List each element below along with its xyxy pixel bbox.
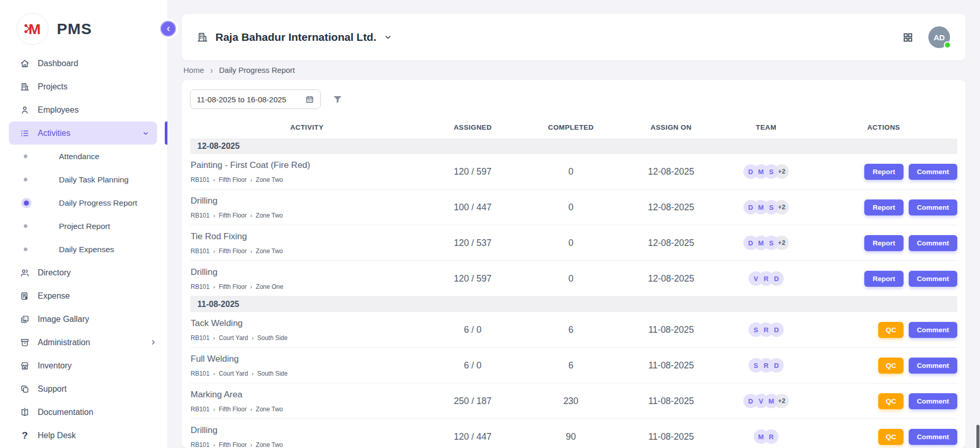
calendar-icon — [305, 95, 315, 104]
activity-location-path: RB101›Fifth Floor›Zone Two — [191, 248, 424, 255]
sidebar-item-documentation[interactable]: Documentation — [0, 400, 167, 424]
breadcrumb: Home › Daily Progress Report — [182, 65, 966, 75]
receipt-icon — [20, 291, 30, 301]
qc-button[interactable]: QC — [878, 322, 903, 338]
sidebar-item-image-gallary[interactable]: Image Gallary — [0, 307, 167, 331]
path-segment: RB101 — [191, 248, 210, 255]
sidebar-subitem-daily-task-planning[interactable]: Daily Task Planning — [0, 168, 167, 191]
col-actions: ACTIONS — [810, 123, 957, 131]
filter-funnel-icon — [332, 94, 343, 105]
assigned-value: 120 / 537 — [424, 238, 522, 249]
sidebar-subitem-daily-progress-report[interactable]: Daily Progress Report — [0, 191, 167, 214]
completed-value: 230 — [522, 396, 620, 407]
sidebar-item-projects[interactable]: Projects — [0, 75, 167, 98]
path-segment: Court Yard — [219, 370, 248, 377]
report-button[interactable]: Report — [864, 271, 904, 287]
path-separator-icon: › — [250, 406, 252, 412]
sidebar-item-help-desk[interactable]: ?Help Desk — [0, 424, 167, 447]
row-actions: QCComment — [810, 393, 957, 409]
chevron-left-icon — [164, 25, 173, 33]
col-assigned: ASSIGNED — [424, 123, 522, 131]
path-segment: RB101 — [191, 441, 210, 448]
comment-button[interactable]: Comment — [909, 429, 957, 445]
activity-title: Drilling — [191, 267, 424, 277]
building-icon — [20, 82, 30, 92]
sidebar-item-dashboard[interactable]: Dashboard — [0, 52, 167, 75]
report-button[interactable]: Report — [864, 199, 904, 215]
comment-button[interactable]: Comment — [909, 235, 957, 251]
sidebar-item-administration[interactable]: Administration — [0, 331, 167, 354]
path-segment: RB101 — [191, 176, 210, 183]
team-member-chip: D — [743, 236, 758, 250]
bullet-dot-icon — [24, 224, 27, 228]
sidebar-subitem-attendance[interactable]: Attendance — [0, 145, 167, 168]
row-actions: ReportComment — [810, 271, 957, 287]
brand: M PMS — [0, 0, 167, 45]
team-avatars: DMS+2 — [722, 164, 810, 179]
sidebar-item-support[interactable]: Support — [0, 377, 167, 400]
company-selector[interactable]: Raja Bahadur International Ltd. — [196, 31, 393, 43]
filter-button[interactable] — [332, 94, 343, 105]
path-separator-icon: › — [213, 212, 215, 219]
path-segment: Zone Two — [256, 441, 283, 448]
sidebar-item-directory[interactable]: Directory — [0, 261, 167, 284]
col-assign-on: ASSIGN ON — [620, 123, 722, 131]
sidebar-collapse-button[interactable] — [160, 21, 176, 37]
sidebar-item-expense[interactable]: Expense — [0, 284, 167, 307]
date-group-row: 11-08-2025 — [190, 297, 957, 312]
path-separator-icon: › — [250, 177, 252, 183]
qc-button[interactable]: QC — [878, 358, 903, 374]
table-row: Marking AreaRB101›Fifth Floor›Zone Two25… — [190, 383, 957, 419]
bullet-dot-icon — [24, 155, 27, 158]
assigned-value: 120 / 597 — [424, 166, 522, 177]
main-area: Raja Bahadur International Ltd. AD Home … — [168, 0, 980, 448]
path-segment: RB101 — [191, 406, 210, 413]
assigned-value: 100 / 447 — [424, 202, 522, 213]
assign-on-date: 12-08-2025 — [620, 166, 722, 177]
sidebar-subitem-label: Project Report — [59, 222, 110, 231]
team-avatars: DVM+2 — [722, 394, 810, 408]
sidebar-item-inventory[interactable]: Inventory — [0, 354, 167, 377]
table-row: DrillingRB101›Fifth Floor›Zone One120 / … — [190, 261, 957, 297]
sidebar-subitem-label: Attendance — [59, 152, 99, 161]
path-segment: Zone Two — [256, 406, 283, 413]
report-button[interactable]: Report — [864, 235, 904, 251]
page-scrollbar-thumb[interactable] — [976, 425, 979, 448]
avatar-initials: AD — [934, 33, 945, 42]
sidebar-item-employees[interactable]: Employees — [0, 98, 167, 121]
comment-button[interactable]: Comment — [909, 271, 957, 287]
completed-value: 0 — [522, 166, 620, 177]
user-avatar[interactable]: AD — [928, 26, 950, 48]
comment-button[interactable]: Comment — [909, 322, 957, 338]
date-range-input[interactable]: 11-08-2025 to 16-08-2025 — [190, 89, 321, 109]
sidebar-subitem-daily-expenses[interactable]: Daily Expenses — [0, 238, 167, 261]
sidebar-item-label: Dashboard — [38, 59, 78, 68]
path-separator-icon: › — [213, 177, 215, 183]
sidebar-item-activities[interactable]: Activities — [9, 121, 157, 145]
comment-button[interactable]: Comment — [909, 164, 957, 180]
sidebar-item-label: Activities — [38, 129, 70, 138]
comment-button[interactable]: Comment — [909, 199, 957, 215]
team-member-chip: V — [749, 271, 763, 286]
apps-grid-icon[interactable] — [902, 32, 914, 43]
question-icon: ? — [20, 430, 30, 441]
report-button[interactable]: Report — [864, 164, 904, 180]
qc-button[interactable]: QC — [878, 393, 903, 409]
comment-button[interactable]: Comment — [909, 393, 957, 409]
path-segment: RB101 — [191, 370, 210, 377]
team-member-chip: M — [754, 429, 768, 444]
path-segment: RB101 — [191, 334, 210, 342]
breadcrumb-home[interactable]: Home — [183, 65, 204, 75]
sidebar-item-label: Expense — [38, 291, 70, 301]
active-item-indicator — [165, 121, 167, 145]
activity-location-path: RB101›Fifth Floor›Zone One — [191, 283, 424, 290]
sidebar-subitem-project-report[interactable]: Project Report — [0, 214, 167, 238]
team-avatars: DMS+2 — [722, 236, 810, 250]
person-icon — [20, 105, 30, 115]
archive-icon — [20, 337, 30, 348]
comment-button[interactable]: Comment — [909, 358, 957, 374]
brand-name: PMS — [57, 20, 92, 38]
sidebar-subitem-label: Daily Progress Report — [59, 198, 137, 208]
table-row: DrillingRB101›Fifth Floor›Zone Two100 / … — [190, 190, 957, 225]
qc-button[interactable]: QC — [878, 429, 903, 445]
